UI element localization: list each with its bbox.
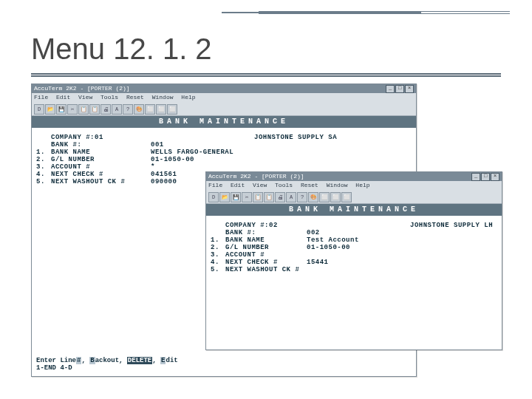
toolbar-cut-icon-2[interactable]: ✂ xyxy=(242,192,252,202)
company-name: JOHNSTONE SUPPLY SA xyxy=(254,134,412,141)
w2-f1-num: 1. xyxy=(211,236,225,244)
toolbar-misc1-icon-2[interactable]: ⬜ xyxy=(319,192,330,202)
w2-f2-value[interactable]: 01-1050-00 xyxy=(307,244,410,251)
menu-tools-2[interactable]: Tools xyxy=(275,182,293,188)
menu-help[interactable]: Help xyxy=(181,94,195,100)
window2-title-text: AccuTerm 2K2 - [PORTER (2)] xyxy=(208,172,304,181)
toolbar-copy-icon-2[interactable]: 📋 xyxy=(253,192,263,202)
toolbar-misc2-icon[interactable]: ⬜ xyxy=(156,104,166,115)
company-label: COMPANY #: xyxy=(51,134,95,141)
menu-window[interactable]: Window xyxy=(152,94,174,100)
bank-no-label-2: BANK #: xyxy=(225,229,307,236)
window2-titlebar[interactable]: AccuTerm 2K2 - [PORTER (2)] _ □ × xyxy=(206,172,502,181)
w2-f3-value[interactable] xyxy=(307,251,410,259)
close-button-2[interactable]: × xyxy=(491,173,499,181)
footer-backout-hotkey[interactable]: B xyxy=(89,357,95,364)
f1-num: 1. xyxy=(36,149,51,156)
f2-value[interactable]: 01-1050-00 xyxy=(151,156,254,163)
footer-4d: 4-D xyxy=(60,364,72,372)
menu-edit[interactable]: Edit xyxy=(56,94,70,100)
toolbar-misc1-icon[interactable]: ⬜ xyxy=(145,104,155,115)
toolbar-color-icon-2[interactable]: 🎨 xyxy=(308,192,318,202)
toolbar-font-icon-2[interactable]: A xyxy=(286,192,296,202)
toolbar-new-icon-2[interactable]: D xyxy=(208,192,219,202)
toolbar-copy-icon[interactable]: 📋 xyxy=(78,104,89,115)
f1-value[interactable]: WELLS FARGO-GENERAL xyxy=(151,149,254,156)
toolbar-font-icon[interactable]: A xyxy=(112,104,122,115)
w2-f3-label: ACCOUNT # xyxy=(225,251,307,259)
toolbar-new-icon[interactable]: D xyxy=(34,104,44,115)
menu-view[interactable]: View xyxy=(78,94,92,100)
window2-toolbar: D 📂 💾 ✂ 📋 📋 🖨 A ? 🎨 ⬜ ⬜ ⬜ xyxy=(206,191,502,204)
f4-num: 4. xyxy=(36,171,51,178)
toolbar-paste-icon-2[interactable]: 📋 xyxy=(264,192,274,202)
window1-title-text: AccuTerm 2K2 - [PORTER (2)] xyxy=(34,84,130,93)
menu-edit-2[interactable]: Edit xyxy=(231,182,245,188)
menu-window-2[interactable]: Window xyxy=(327,182,348,188)
f3-value[interactable]: * xyxy=(151,163,254,171)
toolbar-misc3-icon-2[interactable]: ⬜ xyxy=(341,192,352,202)
menu-help-2[interactable]: Help xyxy=(355,182,369,188)
title-underline xyxy=(31,73,501,77)
menu-reset[interactable]: Reset xyxy=(126,94,144,100)
company-no-2: 02 xyxy=(269,222,278,229)
w2-f1-label: BANK NAME xyxy=(225,236,307,244)
w2-f5-num: 5. xyxy=(211,266,225,273)
w2-f3-num: 3. xyxy=(211,251,225,259)
footer-delete-hotkey[interactable]: DELETE xyxy=(127,357,152,364)
f5-label: NEXT WASHOUT CK # xyxy=(51,178,151,185)
maximize-button[interactable]: □ xyxy=(395,85,404,93)
w2-f4-value[interactable]: 15441 xyxy=(307,259,410,266)
menu-file[interactable]: File xyxy=(34,94,48,100)
minimize-button-2[interactable]: _ xyxy=(471,173,480,181)
toolbar-cut-icon[interactable]: ✂ xyxy=(67,104,78,115)
toolbar-save-icon[interactable]: 💾 xyxy=(56,104,66,115)
minimize-button[interactable]: _ xyxy=(386,85,395,93)
slide-title: Menu 12. 1. 2 xyxy=(31,33,212,66)
f1-label: BANK NAME xyxy=(51,149,151,156)
window2-menubar[interactable]: File Edit View Tools Reset Window Help xyxy=(206,181,502,191)
terminal-window-2: AccuTerm 2K2 - [PORTER (2)] _ □ × File E… xyxy=(205,171,502,350)
toolbar-print-icon-2[interactable]: 🖨 xyxy=(275,192,285,202)
footer-prefix: Enter Line xyxy=(36,357,76,364)
close-button[interactable]: × xyxy=(405,85,414,93)
window1-titlebar[interactable]: AccuTerm 2K2 - [PORTER (2)] _ □ × xyxy=(32,84,416,93)
w2-f2-num: 2. xyxy=(211,244,225,251)
slide-accent-line-2 xyxy=(222,6,421,13)
f2-num: 2. xyxy=(36,156,51,163)
maximize-button-2[interactable]: □ xyxy=(481,173,490,181)
toolbar-misc2-icon-2[interactable]: ⬜ xyxy=(330,192,341,202)
menu-file-2[interactable]: File xyxy=(208,182,222,188)
toolbar-print-icon[interactable]: 🖨 xyxy=(100,104,111,115)
toolbar-help-icon-2[interactable]: ? xyxy=(297,192,307,202)
w2-f4-label: NEXT CHECK # xyxy=(225,259,307,266)
bank-no-value-2: 002 xyxy=(307,229,410,236)
toolbar-help-icon[interactable]: ? xyxy=(123,104,133,115)
f2-label: G/L NUMBER xyxy=(51,156,151,163)
w2-f1-value[interactable]: Test Account xyxy=(307,236,410,244)
toolbar-color-icon[interactable]: 🎨 xyxy=(134,104,144,115)
menu-tools[interactable]: Tools xyxy=(100,94,118,100)
bank-no-value: 001 xyxy=(151,141,254,149)
footer-1-end: 1-END xyxy=(36,364,56,372)
screen-title-2: BANK MAINTENANCE xyxy=(206,204,502,216)
company-label-2: COMPANY #: xyxy=(225,222,269,229)
menu-view-2[interactable]: View xyxy=(253,182,267,188)
window2-body: COMPANY #:02 JOHNSTONE SUPPLY LH BANK #:… xyxy=(206,216,502,276)
f4-label: NEXT CHECK # xyxy=(51,171,151,178)
bank-no-label: BANK #: xyxy=(51,141,151,149)
toolbar-open-icon[interactable]: 📂 xyxy=(45,104,55,115)
company-name-2: JOHNSTONE SUPPLY LH xyxy=(410,222,497,229)
toolbar-save-icon-2[interactable]: 💾 xyxy=(231,192,241,202)
f3-label: ACCOUNT # xyxy=(51,163,151,171)
window1-menubar[interactable]: File Edit View Tools Reset Window Help xyxy=(32,93,416,103)
toolbar-open-icon-2[interactable]: 📂 xyxy=(219,192,230,202)
w2-f5-value[interactable] xyxy=(307,266,410,273)
w2-f2-label: G/L NUMBER xyxy=(225,244,307,251)
menu-reset-2[interactable]: Reset xyxy=(301,182,318,188)
f5-num: 5. xyxy=(36,178,51,185)
window1-toolbar: D 📂 💾 ✂ 📋 📋 🖨 A ? 🎨 ⬜ ⬜ ⬜ xyxy=(32,103,416,116)
toolbar-misc3-icon[interactable]: ⬜ xyxy=(167,104,177,115)
window1-footer: Enter Line#, Backout, DELETE, Edit 1-END… xyxy=(36,357,178,372)
toolbar-paste-icon[interactable]: 📋 xyxy=(89,104,100,115)
